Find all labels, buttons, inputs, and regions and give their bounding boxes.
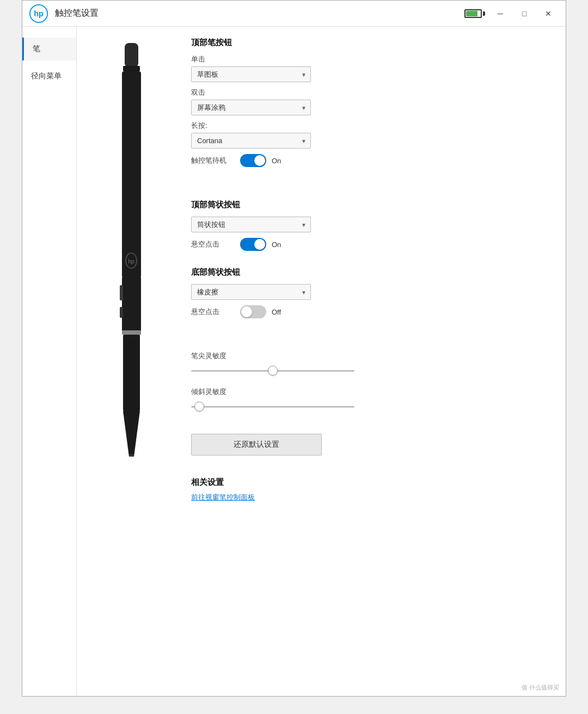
battery-icon	[464, 9, 485, 18]
top-barrel-hover-state: On	[272, 241, 281, 249]
content-area: hp	[77, 27, 566, 696]
bottom-barrel-hover-toggle[interactable]	[240, 305, 266, 318]
double-click-label: 双击	[191, 88, 549, 97]
top-barrel-hover-toggle[interactable]	[240, 238, 266, 251]
svg-rect-2	[125, 43, 138, 67]
titlebar: hp 触控笔设置 ─ □ ✕	[22, 1, 566, 27]
tilt-sensitivity-section: 倾斜灵敏度	[191, 387, 549, 412]
maximize-button[interactable]: □	[513, 5, 535, 22]
svg-rect-3	[123, 66, 140, 71]
tilt-sensitivity-slider-wrapper	[191, 401, 354, 412]
single-click-dropdown-wrapper: 草图板 屏幕涂鸦 Cortana 无 ▼	[191, 66, 311, 82]
hp-logo-icon: hp	[29, 4, 48, 23]
single-click-label: 单击	[191, 54, 549, 64]
sidebar-item-pen[interactable]: 笔	[22, 38, 76, 60]
long-press-dropdown-wrapper: 草图板 屏幕涂鸦 Cortana 无 ▼	[191, 133, 311, 149]
tilt-sensitivity-thumb[interactable]	[194, 402, 204, 411]
bottom-barrel-hover-track	[240, 305, 266, 318]
minimize-button[interactable]: ─	[489, 5, 511, 22]
standby-state-text: On	[272, 157, 281, 165]
tilt-sensitivity-label: 倾斜灵敏度	[191, 387, 549, 397]
pen-illustration: hp	[111, 43, 152, 457]
tip-sensitivity-section: 笔尖灵敏度	[191, 351, 549, 376]
double-click-dropdown[interactable]: 草图板 屏幕涂鸦 Cortana 无	[191, 100, 311, 115]
bottom-barrel-dropdown[interactable]: 筒状按钮 橡皮擦 无	[191, 284, 311, 300]
sidebar: 笔 径向菜单	[22, 27, 77, 696]
bottom-barrel-hover-thumb	[241, 306, 252, 317]
related-settings-section: 相关设置 前往视窗笔控制面板	[191, 477, 549, 502]
svg-text:hp: hp	[34, 9, 44, 18]
standby-toggle-track	[240, 154, 266, 167]
top-barrel-hover-row: 悬空点击 On	[191, 238, 549, 251]
titlebar-right: ─ □ ✕	[464, 5, 559, 22]
main-window: hp 触控笔设置 ─ □ ✕ 笔 径向菜单	[22, 0, 566, 697]
standby-toggle[interactable]	[240, 154, 266, 167]
window-title: 触控笔设置	[55, 8, 99, 19]
bottom-barrel-hover-row: 悬空点击 Off	[191, 305, 549, 318]
svg-rect-10	[122, 330, 141, 335]
titlebar-left: hp 触控笔设置	[29, 4, 99, 23]
svg-marker-12	[123, 411, 140, 457]
standby-toggle-thumb	[254, 155, 265, 166]
top-barrel-hover-thumb	[254, 239, 265, 250]
standby-label: 触控笔待机	[191, 156, 235, 165]
tip-sensitivity-thumb[interactable]	[268, 366, 278, 376]
settings-panel: 顶部笔按钮 单击 草图板 屏幕涂鸦 Cortana 无 ▼ 双击	[191, 38, 549, 685]
bottom-barrel-hover-label: 悬空点击	[191, 307, 235, 317]
top-button-section: 顶部笔按钮 单击 草图板 屏幕涂鸦 Cortana 无 ▼ 双击	[191, 38, 549, 167]
bottom-barrel-section: 底部筒状按钮 筒状按钮 橡皮擦 无 ▼ 悬空点击	[191, 267, 549, 318]
top-barrel-hover-track	[240, 238, 266, 251]
svg-rect-4	[122, 71, 141, 278]
top-barrel-dropdown-wrapper: 筒状按钮 橡皮擦 无 ▼	[191, 217, 311, 232]
tilt-sensitivity-track	[191, 406, 354, 408]
top-barrel-dropdown[interactable]: 筒状按钮 橡皮擦 无	[191, 217, 311, 232]
sidebar-radial-label: 径向菜单	[31, 71, 62, 81]
svg-rect-7	[122, 277, 141, 331]
long-press-label: 长按:	[191, 121, 549, 131]
main-content: 笔 径向菜单 hp	[22, 27, 566, 696]
related-settings-title: 相关设置	[191, 477, 549, 488]
sidebar-item-radial[interactable]: 径向菜单	[22, 65, 76, 88]
bottom-barrel-hover-state: Off	[272, 308, 281, 316]
tip-sensitivity-label: 笔尖灵敏度	[191, 351, 549, 361]
tip-sensitivity-slider-wrapper	[191, 365, 354, 376]
svg-rect-11	[123, 335, 140, 411]
bottom-barrel-title: 底部筒状按钮	[191, 267, 549, 278]
watermark: 值 什么值得买	[522, 684, 559, 692]
divider-2	[191, 335, 549, 351]
top-barrel-title: 顶部筒状按钮	[191, 200, 549, 210]
close-button[interactable]: ✕	[537, 5, 559, 22]
top-barrel-section: 顶部筒状按钮 筒状按钮 橡皮擦 无 ▼ 悬空点击	[191, 200, 549, 251]
bottom-barrel-dropdown-wrapper: 筒状按钮 橡皮擦 无 ▼	[191, 284, 311, 300]
svg-rect-9	[120, 307, 123, 318]
tip-sensitivity-track	[191, 370, 354, 372]
svg-rect-8	[120, 285, 123, 300]
long-press-dropdown[interactable]: 草图板 屏幕涂鸦 Cortana 无	[191, 133, 311, 149]
window-controls: ─ □ ✕	[489, 5, 559, 22]
double-click-dropdown-wrapper: 草图板 屏幕涂鸦 Cortana 无 ▼	[191, 100, 311, 115]
top-button-title: 顶部笔按钮	[191, 38, 549, 48]
standby-toggle-row: 触控笔待机 On	[191, 154, 549, 167]
single-click-dropdown[interactable]: 草图板 屏幕涂鸦 Cortana 无	[191, 66, 311, 82]
svg-marker-13	[129, 454, 134, 457]
svg-text:hp: hp	[128, 258, 134, 264]
restore-defaults-button[interactable]: 还原默认设置	[191, 434, 322, 456]
sidebar-pen-label: 笔	[33, 44, 40, 54]
windows-pen-panel-link[interactable]: 前往视窗笔控制面板	[191, 493, 255, 501]
top-barrel-hover-label: 悬空点击	[191, 239, 235, 249]
divider-1	[191, 183, 549, 200]
pen-visual: hp	[93, 38, 169, 685]
